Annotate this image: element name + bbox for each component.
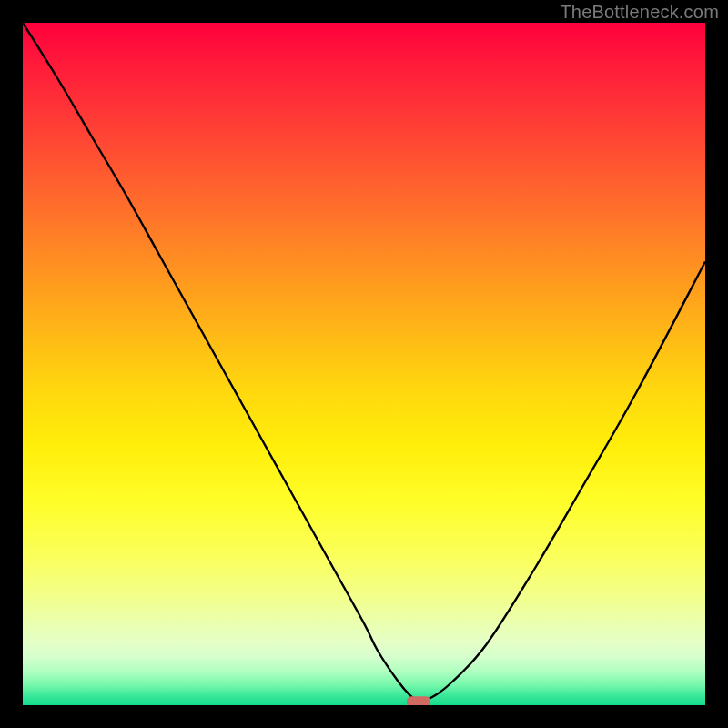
bottleneck-curve [23,23,705,705]
watermark: TheBottleneck.com [560,2,719,23]
svg-rect-0 [407,696,430,705]
chart-frame: TheBottleneck.com [0,0,728,728]
plot-area [23,23,705,705]
